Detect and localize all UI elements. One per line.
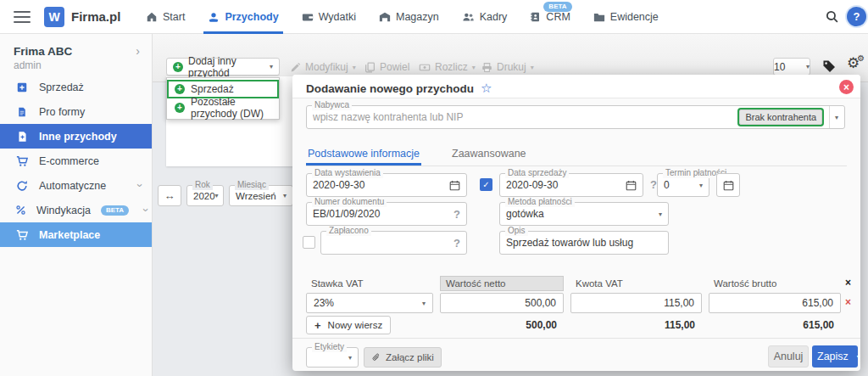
remove-column-icon[interactable]: × xyxy=(845,277,851,289)
caret-down-icon: ▾ xyxy=(531,64,534,71)
tab-zaawansowane[interactable]: Zaawansowane xyxy=(450,141,528,166)
new-row-button[interactable]: + Nowy wiersz xyxy=(306,316,391,334)
buyer-label: Nabywca xyxy=(312,100,352,110)
buyer-input[interactable] xyxy=(313,111,739,123)
issue-date-field: Data wystawienia xyxy=(306,173,467,197)
add-income-button[interactable]: + Dodaj inny przychód ▾ xyxy=(166,58,280,76)
brutto-input[interactable] xyxy=(716,297,833,309)
sidebar-item-windykacja[interactable]: Windykacja BETA › xyxy=(0,198,152,222)
description-label: Opis xyxy=(505,226,528,236)
duplicate-label: Powiel xyxy=(380,61,409,73)
print-label: Drukuj xyxy=(497,61,526,73)
sidebar-item-pro-formy[interactable]: Pro formy xyxy=(0,99,152,124)
nav-magazyn[interactable]: Magazyn xyxy=(379,0,439,34)
add-box-icon xyxy=(15,81,29,93)
nav-kadry[interactable]: Kadry xyxy=(462,0,508,34)
nav-ewidencje[interactable]: Ewidencje xyxy=(593,0,659,34)
no-contractor-button[interactable]: Brak kontrahenta xyxy=(739,109,822,125)
chevron-down-icon[interactable]: › xyxy=(133,183,146,187)
col-header-wartosc-netto[interactable]: Wartość netto xyxy=(440,276,564,291)
sidebar-item-sprzedaz[interactable]: Sprzedaż xyxy=(0,75,152,99)
calendar-icon[interactable] xyxy=(449,180,460,191)
favorite-star-icon[interactable]: ☆ xyxy=(481,81,492,96)
chevron-down-icon[interactable]: › xyxy=(140,208,153,211)
topbar: W Firma.pl Start Przychody Wydatki Magaz… xyxy=(0,0,868,34)
sidebar-item-label: E-commerce xyxy=(39,155,99,167)
total-vat: 115,00 xyxy=(570,319,702,331)
search-icon[interactable] xyxy=(825,9,839,24)
attach-files-label: Załącz pliki xyxy=(386,352,434,362)
modal-close-button[interactable]: × xyxy=(839,80,854,94)
help-icon[interactable]: ? xyxy=(847,7,866,26)
description-field: Opis xyxy=(499,231,669,255)
nav-start[interactable]: Start xyxy=(146,0,185,34)
duplicate-button-disabled[interactable]: Powiel xyxy=(364,59,409,75)
caret-down-icon[interactable]: ▾ xyxy=(835,114,838,121)
delete-row-icon[interactable]: × xyxy=(845,296,851,308)
nav-label: Start xyxy=(163,11,185,23)
netto-cell xyxy=(440,293,564,313)
help-question-icon[interactable]: ? xyxy=(453,237,460,250)
new-row-label: Nowy wiersz xyxy=(328,320,383,330)
home-icon xyxy=(146,11,158,23)
company-switcher[interactable]: Frima ABC › admin xyxy=(0,34,152,80)
month-select[interactable]: Miesiąc Wrzesień ▾ xyxy=(229,185,293,206)
sale-date-checkbox[interactable]: ✓ xyxy=(480,178,492,191)
payment-term-calendar-button[interactable] xyxy=(716,173,740,197)
menu-icon[interactable] xyxy=(14,11,31,23)
sidebar-item-marketplace[interactable]: Marketplace xyxy=(0,222,152,247)
help-question-icon[interactable]: ? xyxy=(453,208,460,221)
dropdown-item-label: Sprzedaż xyxy=(191,83,234,95)
expand-columns-button[interactable]: ↔ xyxy=(158,185,181,206)
calendar-icon[interactable] xyxy=(626,180,637,191)
labels-select[interactable]: Etykiety ▾ xyxy=(306,347,359,368)
caret-down-icon: ▾ xyxy=(283,192,287,199)
sale-date-input[interactable] xyxy=(506,179,626,191)
description-input[interactable] xyxy=(506,237,662,249)
dropdown-item-pozostale[interactable]: + Pozostałe przychody (DW) xyxy=(167,98,279,117)
nav-label: Magazyn xyxy=(396,11,439,23)
sidebar-item-inne-przychody[interactable]: Inne przychody xyxy=(0,124,152,149)
payment-method-select[interactable]: Metoda płatności gotówka ▾ xyxy=(499,202,669,226)
vat-input[interactable] xyxy=(578,297,694,309)
nav-crm[interactable]: BETA CRM xyxy=(530,0,570,34)
payment-term-field[interactable]: Termin płatności 0 ▾ xyxy=(657,173,709,197)
cancel-button[interactable]: Anuluj xyxy=(768,345,809,368)
vat-rate-select[interactable]: 23% ▾ xyxy=(306,293,433,313)
document-plus-icon xyxy=(15,131,29,143)
netto-input[interactable] xyxy=(448,297,556,309)
tab-podstawowe-informacje[interactable]: Podstawowe informacje xyxy=(306,141,421,166)
caret-down-icon[interactable]: ▾ xyxy=(857,353,860,361)
print-button-disabled[interactable]: Drukuj ▾ xyxy=(481,59,534,75)
question-glyph: ? xyxy=(854,10,860,23)
paid-checkbox[interactable] xyxy=(303,236,315,249)
brand-logo[interactable]: W xyxy=(44,7,64,27)
modify-button-disabled[interactable]: Modyfikuj ▾ xyxy=(290,59,356,75)
payment-method-label: Metoda płatności xyxy=(505,197,575,207)
caret-down-icon: ▾ xyxy=(422,300,426,307)
sidebar-item-automatyczne[interactable]: Automatyczne › xyxy=(0,173,152,198)
save-button[interactable]: Zapisz ▾ xyxy=(812,345,858,368)
user-role: admin xyxy=(14,59,140,71)
caret-down-icon: ▾ xyxy=(270,63,273,70)
paid-input[interactable] xyxy=(327,237,453,249)
close-icon: × xyxy=(843,82,849,93)
document-icon xyxy=(15,106,29,118)
nav-przychody[interactable]: Przychody xyxy=(208,0,278,34)
help-question-icon[interactable]: ? xyxy=(650,178,657,191)
nav-wydatki[interactable]: Wydatki xyxy=(302,0,356,34)
settings-gears-icon[interactable]: ⚙⚙ xyxy=(847,56,860,70)
folder-icon xyxy=(593,11,605,23)
sidebar-menu: Sprzedaż Pro formy Inne przychody E-comm… xyxy=(0,75,152,247)
plus-circle-icon: + xyxy=(175,84,185,94)
warehouse-icon xyxy=(379,11,391,23)
tags-icon[interactable] xyxy=(822,59,836,73)
document-number-input[interactable] xyxy=(313,208,453,220)
sidebar-item-ecommerce[interactable]: E-commerce xyxy=(0,149,152,173)
issue-date-input[interactable] xyxy=(313,179,449,191)
page-size-select[interactable]: 10 ▾ xyxy=(773,58,810,76)
attach-files-button[interactable]: Załącz pliki xyxy=(364,347,442,368)
people-icon xyxy=(462,11,475,23)
year-select[interactable]: Rok 2020 ▾ xyxy=(186,185,224,206)
settle-button-disabled[interactable]: Rozlicz ▾ xyxy=(419,59,476,75)
